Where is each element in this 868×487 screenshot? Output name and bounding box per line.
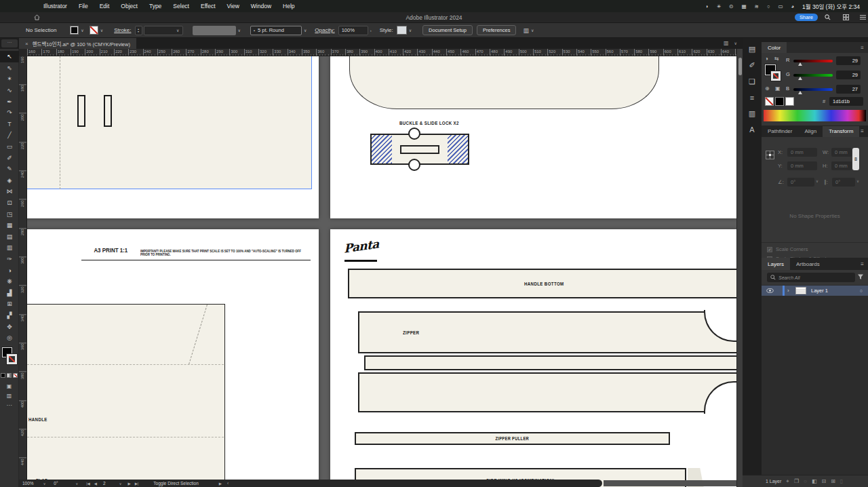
g-value-field[interactable]: 29 (836, 71, 861, 79)
eraser-tool[interactable]: ◈ (0, 175, 19, 187)
menubar-clock[interactable]: 1월 30일 (화) 오후 2:34 (802, 2, 860, 10)
black-swatch[interactable] (775, 97, 784, 106)
reference-point-selector[interactable] (766, 151, 774, 159)
align-glyph-icon[interactable]: ▥ (523, 27, 529, 34)
w-field[interactable]: 0 mm (831, 148, 852, 157)
rectangle-tool[interactable]: ▭ (0, 141, 19, 153)
share-button[interactable]: Share (795, 14, 818, 21)
scroll-left-icon[interactable]: ‹ (227, 481, 229, 486)
first-artboard-icon[interactable]: |◀ (86, 482, 90, 486)
zoom-tool[interactable]: ◎ (0, 332, 19, 344)
constrain-proportions-icon[interactable]: 8 (852, 148, 859, 170)
menu-item[interactable]: Select (173, 3, 189, 9)
scroll-right-icon[interactable]: ▶ (219, 482, 222, 486)
tab-overflow-button[interactable]: ⋯ (1, 39, 18, 47)
prev-artboard-icon[interactable]: ◀ (94, 482, 97, 486)
zipper-strip-piece[interactable] (364, 355, 736, 370)
paintbrush-tool[interactable]: ✐ (0, 152, 19, 163)
zoom-level[interactable]: 100% (22, 481, 34, 486)
horizontal-ruler[interactable]: 1601701801902002102202302402502602702802… (19, 49, 736, 56)
tab-pathfinder[interactable]: Pathfinder (762, 126, 798, 137)
white-swatch[interactable] (785, 97, 794, 106)
draw-mode-icon[interactable]: ▣ (7, 383, 12, 389)
layer-row[interactable]: › Layer 1 ○ (762, 286, 868, 296)
stroke-panel-icon[interactable]: ≡ (750, 94, 754, 102)
clipping-mask-icon[interactable]: ◧ (812, 478, 817, 484)
blend-tool[interactable]: ◑ (0, 265, 19, 276)
tabbar-chevron-icon[interactable]: ∨ (734, 40, 737, 47)
none-swatch[interactable] (765, 97, 774, 106)
opacity-chevron-icon[interactable]: › (370, 28, 372, 33)
export-icon[interactable]: ❐ (794, 478, 799, 484)
menu-item[interactable]: Window (251, 3, 271, 9)
hand-tool[interactable]: ✥ (0, 321, 19, 332)
zipper-piece-bottom[interactable] (358, 372, 736, 412)
pen-tool[interactable]: ✒ (0, 96, 19, 107)
screen-mode-icon[interactable]: ▥ (7, 393, 12, 399)
symbols-panel-icon[interactable]: ❏ (749, 77, 755, 86)
close-tab-icon[interactable]: × (25, 41, 28, 47)
locate-object-icon[interactable]: ⌖ (786, 478, 789, 485)
ruler-origin-corner[interactable] (19, 49, 27, 56)
canvas[interactable]: BUCKLE & SLIDE LOCK X2 A3 PRINT 1:1 IMPO… (27, 56, 736, 487)
rotation-chevron-icon[interactable]: ∨ (76, 482, 79, 486)
search-layers-icon[interactable]: ○ (804, 478, 807, 484)
panel-menu-icon[interactable]: ≡ (861, 128, 864, 134)
stroke-weight-stepper[interactable]: ▴▾ (135, 26, 142, 35)
stroke-color-swatch[interactable] (90, 26, 98, 35)
handle-bottom-piece[interactable]: HANDLE BOTTOM (348, 269, 736, 298)
layers-search-input[interactable]: Search All (767, 273, 855, 282)
artboard-4[interactable]: Panta HANDLE BOTTOM ZIPPER ZIPPER PULLER… (330, 229, 736, 487)
screen-record-icon[interactable]: ⊙ (729, 3, 733, 9)
tab-transform[interactable]: Transform (823, 126, 859, 137)
expand-chevron-icon[interactable]: › (787, 288, 789, 294)
menu-item[interactable]: File (79, 3, 88, 9)
tab-layers[interactable]: Layers (762, 258, 790, 270)
gradient-panel-icon[interactable]: ▥ (749, 109, 755, 118)
magic-wand-tool[interactable]: ✶ (0, 73, 19, 85)
stroke-label[interactable]: Stroke: (114, 27, 131, 33)
shear-chevron-icon[interactable]: ∨ (856, 179, 859, 183)
profile-chevron-icon[interactable]: ∨ (304, 28, 307, 33)
menu-item[interactable]: Help (283, 3, 294, 9)
toolbar-stroke-swatch[interactable] (7, 354, 17, 364)
siri-icon[interactable]: ◕ (791, 3, 795, 9)
symbol-sprayer-tool[interactable]: ❋ (0, 276, 19, 288)
arrange-windows-icon[interactable]: ▥ (724, 40, 729, 47)
stroke-weight-field[interactable]: ∨ (144, 26, 183, 35)
buckle-piece[interactable] (370, 134, 469, 165)
free-transform-tool[interactable]: ⊡ (0, 197, 19, 209)
fill-chevron-icon[interactable]: ∨ (81, 28, 83, 33)
color-spectrum-bar[interactable] (764, 110, 866, 121)
new-sublayer-icon[interactable]: ⊟ (821, 478, 826, 484)
gradient-tool[interactable]: ▥ (0, 242, 19, 254)
color-mode-button[interactable] (1, 373, 5, 378)
search-icon[interactable] (825, 14, 831, 20)
menu-item[interactable]: View (227, 3, 239, 9)
variable-width-profile[interactable]: • 5 pt. Round (250, 26, 302, 35)
character-panel-icon[interactable]: A (749, 125, 754, 134)
gradient-mode-button[interactable] (7, 373, 12, 378)
brushes-panel-icon[interactable]: ✐ (749, 61, 755, 70)
g-slider-thumb[interactable] (798, 77, 802, 80)
selected-artboard-area[interactable] (27, 56, 312, 189)
bag-body-piece[interactable] (349, 56, 659, 109)
none-mode-button[interactable] (13, 373, 18, 378)
artboard-chevron-icon[interactable]: ∨ (119, 482, 122, 486)
opacity-label[interactable]: Opacity: (315, 27, 334, 33)
hex-value-field[interactable]: 1d1d1b (829, 97, 863, 106)
menu-item[interactable]: Object (121, 3, 138, 9)
spotlight-icon[interactable]: ○ (767, 3, 770, 9)
h-field[interactable]: 0 mm (831, 161, 852, 170)
graph-tool[interactable]: ▟ (0, 287, 19, 298)
zipper-piece-top[interactable]: ZIPPER (358, 311, 736, 353)
type-tool[interactable]: T (0, 119, 19, 130)
handle-slot-cutout[interactable] (77, 95, 85, 127)
selection-tool[interactable]: ↖ (0, 51, 19, 62)
artboard-1[interactable] (27, 56, 319, 218)
layer-thumbnail[interactable] (795, 287, 806, 294)
wifi-icon[interactable]: ≋ (755, 3, 759, 9)
display-icon[interactable]: ▭ (778, 3, 783, 9)
preferences-button[interactable]: Preferences (477, 25, 516, 35)
artboard-3[interactable]: A3 PRINT 1:1 IMPORTANT! PLEASE MAKE SURE… (27, 229, 319, 487)
